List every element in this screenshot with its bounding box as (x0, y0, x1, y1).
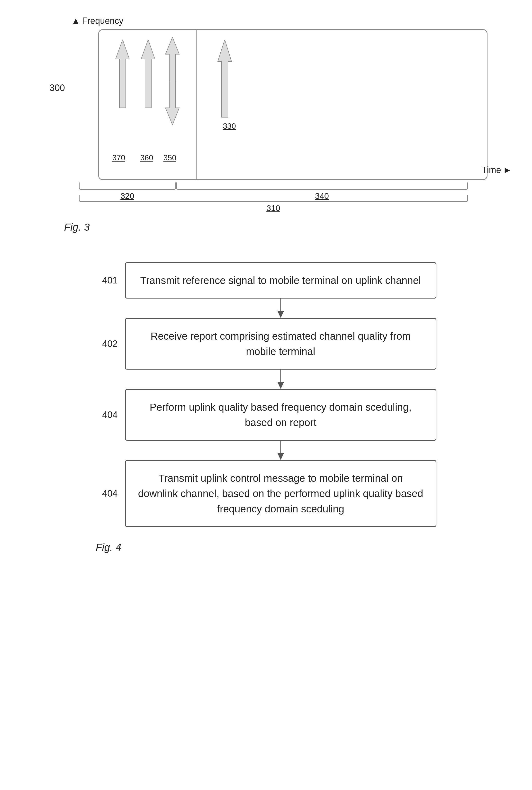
svg-marker-1 (141, 40, 155, 108)
fig4-caption: Fig. 4 (96, 542, 436, 553)
step-404a-label: 404 (96, 410, 125, 420)
step-401-box: Transmit reference signal to mobile term… (125, 262, 436, 299)
frequency-axis-label: ▲ Frequency (72, 16, 124, 26)
label-300: 300 (50, 83, 65, 93)
svg-marker-2 (166, 37, 179, 81)
step-404b-label: 404 (96, 488, 125, 499)
label-370-text: 370 (112, 153, 125, 162)
flowchart: 401 Transmit reference signal to mobile … (96, 262, 436, 527)
svg-marker-4 (218, 40, 232, 117)
step-402-box: Receive report comprising estimated chan… (125, 318, 436, 370)
label-360-text: 360 (140, 153, 153, 162)
arrow-360 (139, 40, 157, 109)
fig3-diagram: ▲ Frequency 300 (59, 29, 473, 233)
arrow-370 (114, 40, 132, 109)
time-axis-label: Time ► (482, 165, 512, 175)
flow-arrow-1 (247, 299, 286, 318)
svg-marker-8 (277, 382, 284, 389)
step-404a-box: Perform uplink quality based frequency d… (125, 389, 436, 440)
chart-divider (196, 30, 197, 179)
fig3-caption: Fig. 3 (64, 221, 473, 233)
fig4-diagram: 401 Transmit reference signal to mobile … (96, 262, 436, 553)
flow-arrow-2 (247, 370, 286, 389)
fig3-chart-area: 370 360 350 330 (98, 29, 488, 180)
step-401-label: 401 (96, 275, 125, 286)
flow-row-404a: 404 Perform uplink quality based frequen… (96, 389, 436, 440)
bottom-braces: 320 340 310 (79, 183, 468, 212)
arrow-330 (216, 40, 234, 118)
flow-row-402: 402 Receive report comprising estimated … (96, 318, 436, 370)
label-350-text: 350 (164, 153, 176, 162)
step-402-label: 402 (96, 339, 125, 349)
arrow-350 (164, 37, 182, 125)
svg-marker-0 (116, 40, 129, 108)
brace-310: 310 (79, 195, 468, 213)
svg-marker-6 (277, 311, 284, 318)
svg-marker-3 (166, 81, 179, 125)
svg-marker-10 (277, 453, 284, 460)
label-330-text: 330 (223, 121, 236, 131)
step-404b-box: Transmit uplink control message to mobil… (125, 460, 436, 527)
flow-row-401: 401 Transmit reference signal to mobile … (96, 262, 436, 299)
flow-row-404b: 404 Transmit uplink control message to m… (96, 460, 436, 527)
flow-arrow-3 (247, 440, 286, 460)
